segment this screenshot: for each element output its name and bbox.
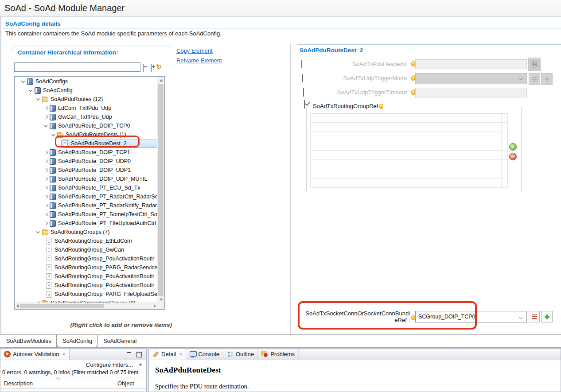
detail-body: Specifies the PDU route destination. [155,383,554,390]
tree-item[interactable]: SoAdConfigs [15,77,157,86]
detail-content: SoAdPduRouteDest Specifies the PDU route… [149,360,561,390]
section-header: SoAdConfig details [1,19,561,29]
tree-item[interactable]: SoAdPduRoute_PT_ECU_Sd_Tx [15,183,157,192]
expand-all-icon[interactable] [151,64,152,72]
tree-item-label: SoAdPduRoute_PT_RadarNotify_RadarSe [58,202,157,209]
tab-console[interactable]: Console [186,349,223,360]
close-icon[interactable]: × [179,351,182,357]
chevron-right-icon[interactable] [43,149,50,156]
horizontal-scrollbar[interactable] [15,303,158,309]
tree-item[interactable]: SoAdPduRoute_PT_FileUploadAuthCtrl_F [15,219,157,228]
doc-icon [47,238,51,245]
chevron-right-icon[interactable] [43,167,50,174]
tree-spacer [43,291,46,298]
chevron-right-icon[interactable] [43,105,50,112]
tree-item-label: SoAdRoutingGroup_PduActivationRoutir [55,273,154,279]
module-icon [50,211,56,218]
scroll-right-icon[interactable] [154,304,156,308]
lightbulb-icon [411,75,415,81]
tree-item[interactable]: SoAdPduRoute_PT_RadarNotify_RadarSe [15,201,157,210]
tree-item[interactable]: SoAdPduRoute_PT_RadarCtrl_RadarServ [15,192,157,201]
close-icon[interactable]: × [62,351,66,357]
label-soadtxudptriggermode: SoAdTxUdpTriggerMode : [301,75,410,82]
column-object[interactable]: Object [117,380,134,387]
console-icon [190,351,196,357]
chevron-right-icon[interactable] [43,220,50,227]
tree-item[interactable]: SoAdPduRoute_PT_SomeIpTestCtrl_Som [15,210,157,219]
tab-autosar-validation[interactable]: Autosar Validation × [0,349,70,360]
module-icon [50,194,56,200]
chevron-down-icon[interactable] [35,229,42,236]
tree-item[interactable]: SoAdRoutingGroup_PduActivationRoutir [15,281,157,290]
remove-reference-button[interactable]: − [509,153,517,160]
tab-outline[interactable]: Outline [223,349,258,360]
chevron-right-icon[interactable] [43,193,50,200]
panel-divider[interactable] [290,44,291,334]
tree-item[interactable]: SoAdPduRoute_DOIP_TCP1 [15,148,157,157]
socketconn-add-button[interactable] [541,311,553,322]
maximize-button[interactable] [136,351,142,357]
tree-item-label: SoAdRoutingGroup_PARG_FileUploadSe [55,291,157,297]
rename-element-link[interactable]: ReName Element [176,57,222,64]
vertical-scroll-thumb[interactable] [158,84,164,296]
tree-item[interactable]: SoAdRoutingGroup_PARG_FileUploadSe [15,290,157,299]
tab-detail[interactable]: Detail × [149,349,186,360]
socketconn-list-button[interactable] [529,311,540,322]
chevron-down-icon[interactable] [43,122,50,129]
chevron-right-icon[interactable] [43,175,50,182]
tree-item[interactable]: SoAdConfig [15,86,157,95]
window-title: SoAd - SoAd Module Manager [4,3,125,13]
validation-status: 0 errors, 0 warnings, 0 infos (Filter ma… [0,369,146,377]
search-input[interactable] [14,62,140,72]
tree-item[interactable]: SoAdRoutingGroups (7) [15,228,157,237]
tree-item-label: SoAdPduRoute_PT_RadarCtrl_RadarServ [58,194,157,200]
tree-item[interactable]: SoAdRoutingGroup_EthLdCom [15,237,157,245]
add-reference-button[interactable]: + [509,143,517,151]
tab-soadbswmodules[interactable]: SoAdBswModules [1,335,57,347]
checkbox-soadtxroutinggroupref[interactable] [304,100,305,109]
chevron-down-icon[interactable] [20,78,27,85]
collapse-all-icon[interactable] [143,64,144,72]
chevron-right-icon[interactable] [43,202,50,209]
chevron-right-icon[interactable] [43,113,50,120]
autosar-validation-icon [4,351,11,357]
tree-item[interactable]: SoAdRoutingGroup_PduActivationRoutir [15,254,157,263]
configure-filters-button[interactable]: Configure Filters... [86,361,133,368]
chevron-down-icon[interactable] [27,87,35,94]
tree-item[interactable]: SoAdPduRoute_DOIP_UDP_MUTIL [15,175,157,183]
tree-item[interactable]: SoAdPduRoutes (12) [15,95,157,104]
tree-item[interactable]: SoAdRoutingGroup_PduActivationRoutir [15,272,157,281]
tree-item[interactable]: SoAdRoutingGroup_GwCan [15,245,157,254]
minimize-button[interactable] [126,351,132,357]
tab-soadgeneral[interactable]: SoAdGeneral [98,335,142,347]
refresh-icon[interactable]: ↻ [156,63,162,71]
chevron-right-icon[interactable] [43,158,50,165]
tree-item-label: SoAdRoutingGroup_GwCan [55,247,124,253]
tree-item[interactable]: SoAdPduRoute_DOIP_TCP0 [15,121,157,130]
tree-item[interactable]: SoAdPduRoute_DOIP_UDP0 [15,157,157,166]
tree-item[interactable]: SoAdRoutingGroup_PARG_RadarService [15,263,157,272]
scroll-up-icon[interactable] [160,79,163,82]
column-description[interactable]: Description [4,380,33,387]
tree-item[interactable]: SoAdPduRoute_DOIP_UDP1 [15,166,157,175]
doc-icon [47,247,51,253]
tree-item-label: SoAdPduRoute_PT_SomeIpTestCtrl_Som [58,211,157,217]
scroll-down-icon[interactable] [160,299,163,301]
lightbulb-icon [411,89,415,95]
editor-tab-bar: SoAdBswModules SoAdConfig SoAdGeneral [0,334,561,348]
vertical-scrollbar[interactable] [157,77,164,303]
chevron-right-icon[interactable] [43,184,50,191]
tab-problems[interactable]: Problems [258,349,299,360]
copy-element-link[interactable]: Copy Element [176,47,213,54]
tab-soadconfig[interactable]: SoAdConfig [57,335,98,347]
scroll-left-icon[interactable] [16,304,19,308]
column-divider[interactable] [115,377,115,388]
view-menu-icon[interactable] [139,364,142,366]
module-icon [27,78,33,85]
horizontal-scroll-thumb[interactable] [20,304,104,308]
tree-item[interactable]: GwCan_TxIfPdu_Udp [15,113,157,121]
tree-item[interactable]: LdCom_TxIfPdu_Udp [15,104,157,113]
routinggroupref-table[interactable] [311,113,507,188]
chevron-right-icon[interactable] [43,211,50,218]
chevron-down-icon[interactable] [35,96,42,103]
